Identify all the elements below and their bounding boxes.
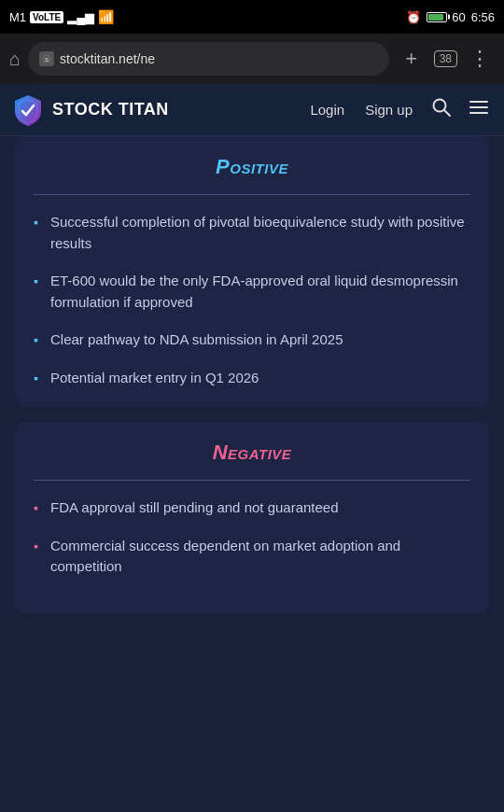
tab-count[interactable]: 38 [434,50,457,67]
positive-header: Positive [34,155,470,179]
site-favicon: S [39,51,54,66]
signal-icon: ▂▄▆ [67,10,94,24]
positive-section: Positive Successful completion of pivota… [15,136,489,407]
wifi-icon: 📶 [98,9,114,24]
negative-bullet-list: FDA approval still pending and not guara… [34,497,470,578]
logo-container: STOCK TITAN [11,93,169,127]
positive-bullet-list: Successful completion of pivotal bioequi… [34,212,470,388]
carrier-label: M1 [9,10,26,24]
signup-link[interactable]: Sign up [359,98,418,121]
battery-percent: 60 [452,10,465,24]
battery-icon: 60 [427,10,465,24]
list-item: Clear pathway to NDA submission in April… [34,329,470,351]
search-icon[interactable] [427,93,455,126]
browser-home-icon[interactable]: ⌂ [9,49,21,70]
positive-title: Positive [216,155,288,178]
new-tab-button[interactable]: + [397,44,427,74]
list-item: FDA approval still pending and not guara… [34,497,470,519]
negative-title: Negative [213,441,292,464]
positive-divider [34,194,470,195]
svg-text:S: S [45,57,49,63]
list-item: Successful completion of pivotal bioequi… [34,212,470,254]
alarm-icon: ⏰ [406,10,421,24]
list-item: Potential market entry in Q1 2026 [34,368,470,389]
time-display: 6:56 [471,10,495,24]
list-item: Commercial success dependent on market a… [34,536,470,578]
list-item: ET-600 would be the only FDA-approved or… [34,271,470,313]
browser-chrome: ⌂ S stocktitan.net/ne + 38 ⋮ [0,34,504,84]
menu-icon[interactable] [465,93,493,126]
volte-badge: VoLTE [30,11,63,23]
negative-divider [34,480,470,481]
negative-header: Negative [34,441,470,465]
main-content: Positive Successful completion of pivota… [0,136,504,812]
status-left: M1 VoLTE ▂▄▆ 📶 [9,9,114,24]
negative-section: Negative FDA approval still pending and … [15,422,489,613]
status-bar: M1 VoLTE ▂▄▆ 📶 ⏰ 60 6:56 [0,0,504,34]
login-link[interactable]: Login [304,98,350,121]
svg-line-3 [444,110,450,116]
logo-text: STOCK TITAN [52,100,169,119]
status-right: ⏰ 60 6:56 [406,10,495,24]
logo-icon [11,93,45,127]
more-menu-button[interactable]: ⋮ [465,44,495,74]
navbar: STOCK TITAN Login Sign up [0,84,504,136]
browser-address-bar[interactable]: S stocktitan.net/ne [28,42,389,76]
address-text: stocktitan.net/ne [60,51,378,66]
